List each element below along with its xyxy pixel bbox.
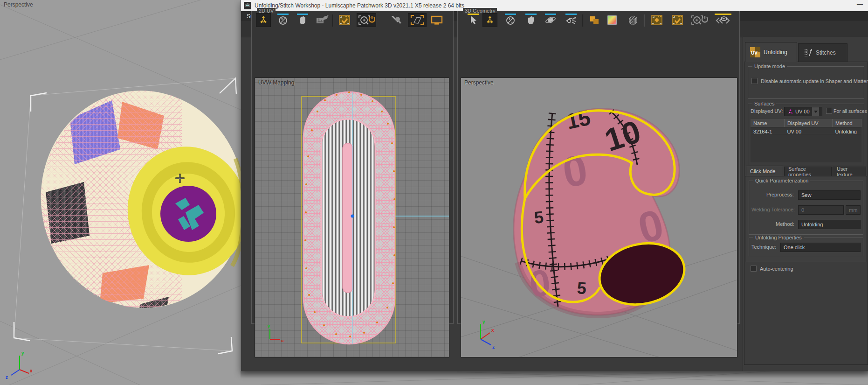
- uv-tab-icon: UV: [750, 47, 760, 57]
- geo-texture-toggle[interactable]: [605, 13, 620, 27]
- surfaces-title: Surfaces: [752, 101, 776, 106]
- tape-number-5: 5: [533, 207, 544, 227]
- axis-x-label: x: [491, 328, 494, 333]
- geo-validate-display[interactable]: [670, 13, 685, 27]
- displayed-uv-label: Displayed UV:: [751, 108, 783, 114]
- uv-quad-select[interactable]: [408, 13, 427, 27]
- uv-center-slot: [343, 143, 353, 293]
- uv-texture-toggle[interactable]: [315, 13, 330, 27]
- geometry-toolbar: [459, 13, 738, 28]
- yellow-ball-object: [27, 77, 259, 327]
- uv-display-button[interactable]: [429, 13, 444, 27]
- select-cursor-icon: [468, 15, 478, 25]
- tape-number-5: 5: [576, 278, 587, 298]
- tab-surface-properties[interactable]: Surface properties: [784, 167, 832, 177]
- tab-stitches[interactable]: Stitches: [798, 43, 847, 62]
- unfolding-props-title: Unfolding Properties: [753, 235, 804, 240]
- tab-stitches-label: Stitches: [816, 49, 836, 56]
- validate-display-icon: [671, 14, 683, 26]
- geometry-canvas-label: Perspective: [464, 79, 494, 86]
- title-bar[interactable]: Unfolding/Stitch Workshop - Lumiscaphe P…: [241, 0, 868, 11]
- method-select[interactable]: Unfolding: [798, 220, 861, 229]
- geo-wireframe-toggle[interactable]: [625, 13, 640, 27]
- axis-z-label: z: [492, 344, 495, 350]
- uv-zoom-region-power[interactable]: [357, 13, 376, 27]
- display-icon: [431, 15, 443, 25]
- displayed-uv-select[interactable]: UV 00: [784, 107, 822, 116]
- uv-toolbar: [253, 13, 452, 28]
- update-mode-title: Update mode: [752, 63, 787, 69]
- window-title: Unfolding/Stitch Workshop - Lumiscaphe P…: [255, 2, 464, 9]
- orbit-icon: [544, 14, 557, 26]
- tab-unfolding[interactable]: UV Unfolding: [745, 42, 797, 62]
- uv-move-tool[interactable]: [256, 13, 271, 27]
- stitches-icon: [803, 48, 813, 57]
- svg-text:UV: UV: [751, 50, 758, 56]
- tools-icon: [390, 14, 402, 26]
- table-empty-area: [751, 134, 861, 162]
- method-label: Method:: [776, 221, 794, 227]
- marker-diamond-icon: [651, 14, 663, 26]
- col-displayed-uv[interactable]: Displayed UV: [785, 119, 833, 127]
- perspective-3d-canvas[interactable]: 0 0 0 15: [461, 77, 737, 357]
- technique-label: Technique:: [751, 244, 776, 250]
- uv-magenta-icon: [787, 109, 793, 115]
- welding-tolerance-label: Welding Tolerance:: [751, 207, 795, 212]
- col-name[interactable]: Name: [751, 119, 785, 127]
- geo-move-tool[interactable]: [482, 13, 497, 27]
- unfolding-panel: UV Unfolding Stitches Update mode Disabl…: [743, 37, 868, 371]
- tab-user-texture[interactable]: User texture: [833, 167, 866, 177]
- geo-zoom-region-power[interactable]: [689, 13, 709, 27]
- patches-icon: [589, 14, 600, 26]
- disable-auto-update-checkbox[interactable]: [751, 78, 758, 84]
- geo-zoom-tool[interactable]: [503, 13, 518, 27]
- toolbar-separator: [582, 14, 583, 27]
- geo-select-tool[interactable]: [466, 13, 481, 27]
- axis-y-label: y: [482, 319, 485, 324]
- toolbar-separator: [332, 14, 333, 27]
- technique-select[interactable]: One click: [780, 243, 861, 252]
- geo-pan-tool[interactable]: [524, 13, 538, 27]
- geo-orbit-tool[interactable]: [543, 13, 558, 27]
- tab-unfolding-label: Unfolding: [764, 49, 787, 56]
- geo-marker-display[interactable]: [649, 13, 664, 27]
- dropdown-arrow-icon[interactable]: [812, 107, 819, 116]
- workshop-window: Unfolding/Stitch Workshop - Lumiscaphe P…: [241, 0, 868, 371]
- uv-axis-gizmo: v u: [268, 324, 284, 343]
- uv-pan-tool[interactable]: [295, 13, 310, 27]
- uv-tools-button[interactable]: [388, 13, 403, 27]
- geo-walk-tool[interactable]: [564, 13, 579, 27]
- surfaces-table[interactable]: Name Displayed UV Method 32164-1 UV 00 U…: [751, 119, 861, 135]
- uv-zoom-tool[interactable]: [276, 13, 290, 27]
- texture-gradient-icon: [606, 14, 618, 26]
- auto-centering-checkbox[interactable]: [751, 266, 757, 272]
- uvw-mapping-canvas[interactable]: v u: [255, 77, 449, 357]
- geo-patches-toggle[interactable]: [587, 13, 602, 27]
- disable-auto-update-label: Disable automatic update in Shaper and M…: [761, 78, 868, 84]
- axis-z-label: z: [6, 375, 8, 380]
- welding-unit: mm: [846, 205, 861, 215]
- welding-tolerance-input[interactable]: 0: [798, 205, 844, 215]
- minimize-button[interactable]: —: [857, 0, 863, 7]
- quad-select-icon: [409, 14, 425, 27]
- displayed-uv-value: UV 00: [795, 109, 810, 114]
- screen: y x z Perspective Unfolding/Stitch Works…: [0, 0, 868, 385]
- quick-param-title: Quick Parameterization: [753, 178, 810, 183]
- tape-number-15: 15: [564, 105, 592, 134]
- app-icon: [244, 2, 251, 9]
- for-all-surfaces-label: For all surfaces: [834, 108, 867, 114]
- unfold-tool-icon: [714, 14, 732, 26]
- geo-unfold-tool[interactable]: [713, 13, 733, 27]
- for-all-surfaces-checkbox[interactable]: [826, 108, 832, 114]
- validate-display-icon: [338, 14, 351, 26]
- preprocess-select[interactable]: Sew: [798, 190, 861, 200]
- axis-u-label: u: [281, 338, 284, 343]
- tab-click-mode[interactable]: Click Mode: [746, 166, 783, 176]
- tape-watermark: 0: [527, 262, 552, 305]
- tape-bracelet-object: 0 0 0 15: [514, 105, 690, 315]
- uv-validate-display[interactable]: [337, 13, 352, 27]
- walk-icon: [565, 14, 578, 26]
- uv-pivot-dot: [351, 215, 354, 218]
- axis-gizmo-left: y x z: [6, 350, 33, 380]
- col-method[interactable]: Method: [833, 119, 861, 127]
